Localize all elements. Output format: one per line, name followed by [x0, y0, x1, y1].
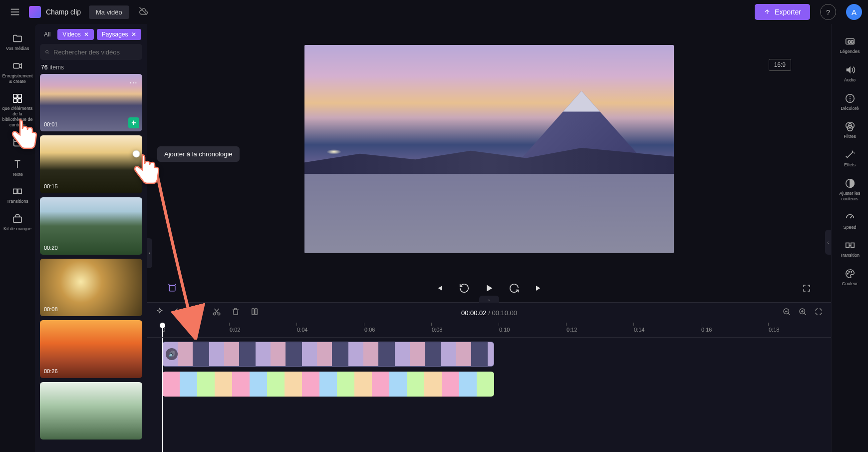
right-sidebar: CC Légendes Audio Décoloré Filtres Effet… [831, 24, 868, 452]
media-duration: 00:01 [44, 121, 58, 127]
right-item-effects[interactable]: Effets [832, 144, 868, 173]
media-panel: All Videos ✕ Paysages ✕ 76 items ⋯ 00:01… [35, 24, 147, 452]
video-clip[interactable]: 🔊 [162, 342, 494, 367]
right-item-adjust[interactable]: Ajuster les couleurs [832, 173, 868, 207]
fullscreen-button[interactable] [802, 284, 811, 293]
add-to-timeline-button[interactable]: + [128, 117, 139, 128]
filter-chip-videos[interactable]: Videos ✕ [57, 29, 93, 40]
transition-icon [845, 240, 856, 251]
cut-button[interactable] [212, 307, 221, 318]
split-button[interactable] [250, 307, 259, 318]
menu-button[interactable] [6, 3, 24, 21]
timeline-timecode: 00:00.02 / 00:10.00 [461, 309, 517, 317]
template-icon [12, 137, 23, 148]
more-icon[interactable]: ⋯ [129, 78, 138, 87]
right-item-transition[interactable]: Transition [832, 235, 868, 263]
close-icon[interactable]: ✕ [131, 31, 136, 38]
timeline-collapse-handle[interactable]: ⌄ [479, 296, 499, 303]
skip-back-button[interactable] [435, 283, 445, 293]
playhead-line[interactable] [162, 338, 163, 452]
sidebar-item-text[interactable]: Texte [0, 155, 35, 181]
right-item-speed[interactable]: Speed [832, 207, 868, 235]
undo-button[interactable] [174, 307, 183, 318]
redo-button[interactable] [193, 307, 202, 318]
right-item-fade[interactable]: Décoloré [832, 88, 868, 116]
upload-icon [764, 8, 771, 15]
enhance-icon[interactable] [167, 283, 177, 293]
media-item-4[interactable]: 00:26 [40, 320, 142, 378]
sidebar-item-library[interactable]: que d'éléments de la bibliothèque de con… [0, 89, 35, 131]
left-sidebar: Vos médias Enregistrement & create que d… [0, 24, 35, 452]
media-duration: 00:20 [44, 245, 58, 251]
captions-icon: CC [845, 36, 856, 47]
media-item-2[interactable]: 00:20 [40, 197, 142, 255]
svg-rect-20 [255, 309, 258, 315]
sidebar-item-templates[interactable] [0, 133, 35, 154]
ruler-tick: 0:10 [499, 327, 510, 333]
play-button[interactable] [484, 283, 495, 294]
timeline-ruler[interactable]: 0 0:02 0:04 0:06 0:08 0:10 0:12 0:14 0:1… [147, 323, 831, 338]
right-item-audio[interactable]: Audio [832, 59, 868, 88]
sidebar-item-transitions[interactable]: Transitions [0, 182, 35, 208]
fade-icon [845, 93, 856, 104]
svg-rect-8 [18, 99, 21, 102]
playhead[interactable] [162, 323, 163, 337]
sidebar-item-media[interactable]: Vos médias [0, 29, 35, 55]
svg-point-39 [851, 272, 852, 273]
forward-button[interactable] [509, 283, 520, 294]
right-item-captions[interactable]: CC Légendes [832, 31, 868, 59]
right-panel-collapse-handle[interactable]: ‹ [825, 230, 831, 255]
project-name-chip[interactable]: Ma vidéo [89, 5, 129, 19]
svg-line-15 [48, 53, 49, 54]
svg-line-25 [804, 313, 806, 315]
svg-point-38 [849, 272, 850, 273]
effect-clip[interactable] [162, 372, 494, 397]
search-input[interactable] [53, 48, 137, 56]
speaker-icon [845, 64, 856, 75]
export-label: Exporter [775, 8, 801, 16]
svg-point-14 [46, 50, 48, 53]
svg-rect-6 [18, 94, 21, 98]
right-item-filters[interactable]: Filtres [832, 116, 868, 144]
filter-all[interactable]: All [40, 29, 54, 40]
filter-chip-paysages[interactable]: Paysages ✕ [97, 29, 141, 40]
magic-icon[interactable] [155, 307, 164, 318]
zoom-in-button[interactable] [798, 307, 807, 318]
ruler-tick: 0:02 [230, 327, 240, 333]
fit-button[interactable] [814, 307, 823, 318]
preview-area: 16:9 [147, 24, 831, 274]
timeline-tracks[interactable]: 🔊 [147, 338, 831, 452]
svg-rect-16 [169, 285, 175, 291]
user-avatar[interactable]: A [846, 4, 862, 20]
item-count: 76 items [35, 64, 147, 74]
ruler-tick: 0:18 [769, 327, 779, 333]
svg-rect-13 [13, 217, 22, 223]
delete-button[interactable] [231, 307, 240, 318]
media-item-0[interactable]: ⋯ 00:01 + [40, 74, 142, 131]
speaker-icon[interactable]: 🔊 [166, 348, 178, 360]
preview-canvas[interactable] [304, 45, 674, 253]
export-button[interactable]: Exporter [755, 4, 810, 20]
sidebar-item-record[interactable]: Enregistrement & create [0, 56, 35, 88]
zoom-out-button[interactable] [782, 307, 791, 318]
timeline-toolbar: 00:00.02 / 00:10.00 [147, 303, 831, 323]
close-icon[interactable]: ✕ [84, 31, 89, 38]
svg-rect-12 [18, 189, 21, 194]
help-button[interactable]: ? [820, 4, 836, 20]
media-item-3[interactable]: 00:08 [40, 259, 142, 316]
svg-rect-11 [13, 189, 17, 194]
media-item-5[interactable] [40, 382, 142, 440]
skip-forward-button[interactable] [534, 283, 544, 293]
sync-off-icon[interactable] [138, 6, 148, 18]
aspect-ratio-chip[interactable]: 16:9 [769, 59, 791, 71]
search-input-wrapper[interactable] [40, 44, 142, 60]
stage: 16:9 ⌄ [147, 24, 831, 452]
palette-icon [845, 268, 856, 279]
ruler-tick: 0:08 [432, 327, 442, 333]
rewind-button[interactable] [459, 283, 470, 294]
svg-rect-9 [14, 138, 21, 146]
ruler-tick: 0:06 [364, 327, 375, 333]
sidebar-item-brand[interactable]: Kit de marque [0, 209, 35, 236]
media-item-1[interactable]: 00:15 [40, 135, 142, 193]
right-item-color[interactable]: Couleur [832, 263, 868, 292]
